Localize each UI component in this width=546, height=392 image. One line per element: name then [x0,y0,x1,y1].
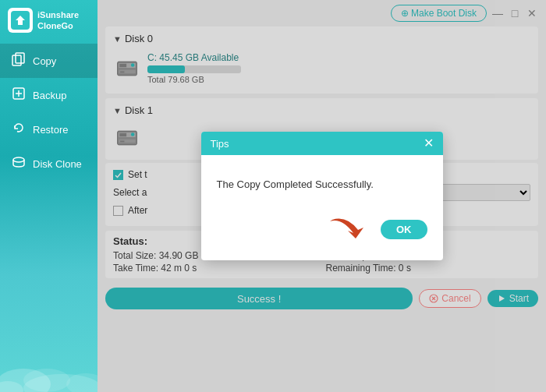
sidebar-item-disk-clone[interactable]: Disk Clone [0,147,98,181]
disk-clone-icon [11,155,27,172]
modal-close-button[interactable]: ✕ [424,137,434,150]
sidebar-item-copy-label: Copy [33,55,56,67]
logo-text: iSunshare CloneGo [37,9,79,32]
svg-rect-1 [12,55,21,65]
sidebar-item-copy[interactable]: Copy [0,44,98,78]
restore-icon [11,121,27,138]
tips-modal: Tips ✕ The Copy Completed Successfully. … [201,132,443,260]
modal-overlay: Tips ✕ The Copy Completed Successfully. … [98,0,546,392]
copy-icon [11,52,27,69]
sidebar: iSunshare CloneGo Copy [0,0,98,392]
svg-point-6 [13,157,24,162]
app-container: iSunshare CloneGo Copy [0,0,546,392]
sidebar-item-backup-label: Backup [33,90,66,101]
modal-body: The Copy Completed Successfully. OK [201,155,443,260]
ok-button[interactable]: OK [381,220,427,239]
sidebar-item-restore[interactable]: Restore [0,112,98,147]
modal-message: The Copy Completed Successfully. [217,178,374,190]
sidebar-nav: Copy Backup [0,44,98,181]
backup-icon [11,87,27,104]
sidebar-clouds [0,330,98,392]
sidebar-item-restore-label: Restore [33,124,69,136]
svg-point-9 [23,369,70,392]
modal-header: Tips ✕ [201,132,443,155]
svg-rect-2 [16,53,24,63]
logo: iSunshare CloneGo [0,0,98,41]
sidebar-item-disk-clone-label: Disk Clone [33,158,82,170]
arrow-ok-row: OK [217,214,427,245]
modal-title: Tips [211,138,229,150]
logo-icon [8,8,33,33]
sidebar-item-backup[interactable]: Backup [0,78,98,112]
arrow-icon [326,214,373,245]
